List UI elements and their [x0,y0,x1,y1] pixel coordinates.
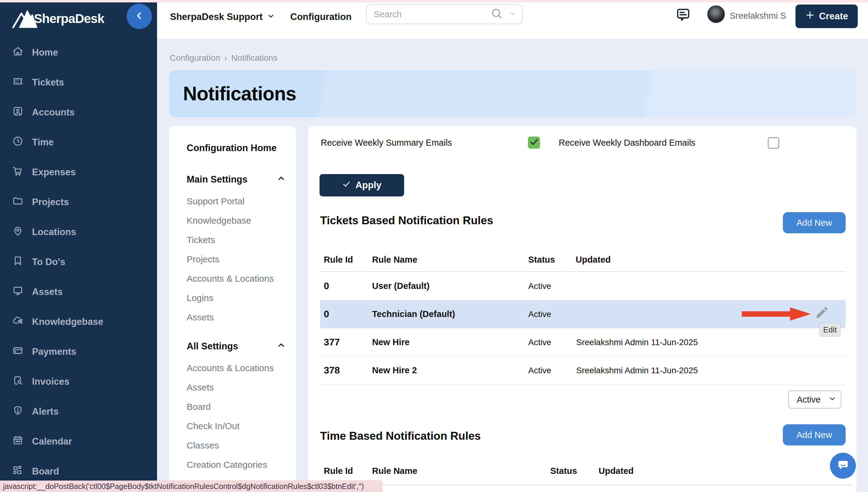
table-row-user-default[interactable]: 0 User (Default) Active [320,272,846,300]
brand-name: SherpaDesk [34,11,104,26]
breadcrumb-configuration[interactable]: Configuration [170,53,220,63]
sidebar-item-label: Tickets [32,77,64,88]
table-row-new-hire-2[interactable]: 378 New Hire 2 Active Sreelakshmi Admin … [320,356,846,385]
chat-widget-button[interactable] [830,453,856,479]
sidebar-nav: Home Tickets Accounts Time Expenses Proj… [12,38,154,486]
weekly-summary-checkbox[interactable] [528,137,540,149]
rule-status: Active [528,356,551,385]
sidebar-item-label: Locations [32,227,76,238]
weekly-dashboard-label: Receive Weekly Dashboard Emails [559,138,695,148]
sidebar-item-assets[interactable]: Assets [12,277,154,307]
feedback-bubble-icon[interactable] [675,7,691,22]
sidebar-item-calendar[interactable]: Calendar [12,426,154,456]
tickets-col-updated: Updated [576,255,611,265]
sidebar-item-label: Board [32,466,59,477]
rule-name: Technician (Default) [372,300,455,328]
sidebar-item-home[interactable]: Home [12,38,154,67]
accounts-icon [12,105,24,119]
status-filter-value: Active [797,395,821,405]
weekly-dashboard-checkbox[interactable] [768,137,779,149]
config-home-link[interactable]: Configuration Home [187,143,286,153]
sidebar-item-payments[interactable]: Payments [12,337,154,367]
sidebar-item-label: Accounts [32,107,75,118]
config-link-projects[interactable]: Projects [187,250,286,269]
time-add-new-button[interactable]: Add New [783,424,846,445]
search-icon[interactable] [490,7,508,21]
tickets-col-status: Status [528,255,555,265]
apply-button-label: Apply [356,180,382,191]
invoice-icon [12,375,24,389]
create-button[interactable]: Create [795,4,858,28]
sidebar-item-label: Knowledgebase [32,316,103,327]
rule-id: 0 [324,300,329,328]
config-link-creation-categories[interactable]: Creation Categories [187,455,286,474]
plus-icon [805,10,815,22]
sidebar-item-alerts[interactable]: Alerts [12,396,154,426]
board-icon [12,465,24,478]
search-input[interactable]: Search [366,4,523,24]
sidebar-item-tickets[interactable]: Tickets [12,67,154,97]
config-link-support-portal[interactable]: Support Portal [187,192,286,211]
sidebar-item-label: To Do's [32,256,65,267]
sidebar-item-accounts[interactable]: Accounts [12,97,154,127]
cart-icon [12,165,24,179]
checkmark-icon [342,180,351,191]
config-link-all-accounts-locations[interactable]: Accounts & Locations [187,359,286,378]
sidebar-item-knowledgebase[interactable]: Knowledgebase [12,307,154,337]
workspace-switcher[interactable]: SherpaDesk Support [170,11,275,22]
all-settings-header[interactable]: All Settings [187,340,286,352]
page-title: Notifications [183,70,296,117]
rule-name: New Hire 2 [372,356,417,385]
config-link-check-in-out[interactable]: Check In/Out [187,416,286,436]
calendar-icon [12,435,24,448]
all-settings-list: Accounts & Locations Assets Board Check … [187,359,286,474]
sidebar-item-expenses[interactable]: Expenses [12,157,154,187]
rule-id: 0 [324,272,329,300]
rule-id: 378 [324,356,340,385]
search-placeholder: Search [374,9,490,19]
sidebar-item-todos[interactable]: To Do's [12,247,154,277]
sidebar: SherpaDesk Home Tickets Accounts Time [0,2,157,492]
rule-id: 377 [324,328,340,356]
config-link-assets[interactable]: Assets [187,308,286,327]
sidebar-item-invoices[interactable]: Invoices [12,367,154,396]
config-link-accounts-locations[interactable]: Accounts & Locations [187,269,286,288]
main-settings-header[interactable]: Main Settings [187,173,286,186]
ticket-icon [12,76,24,90]
config-link-logins[interactable]: Logins [187,288,286,308]
time-rules-title: Time Based Notification Rules [320,430,481,442]
folder-icon [12,195,24,209]
status-filter-select[interactable]: Active [788,390,841,409]
breadcrumb: Configuration › Notifications [170,53,277,63]
page-title-banner: Notifications [169,70,857,117]
sidebar-item-projects[interactable]: Projects [12,187,154,217]
time-col-rule-name: Rule Name [372,466,417,476]
chevron-down-icon [828,395,841,405]
edit-pencil-icon[interactable] [815,305,829,321]
tickets-add-new-button[interactable]: Add New [783,212,846,233]
chat-bubble-icon [836,458,850,473]
table-row-new-hire[interactable]: 377 New Hire Active Sreelakshmi Admin 11… [320,328,846,356]
time-col-status: Status [550,466,577,476]
brand-logo[interactable]: SherpaDesk [11,7,104,31]
browser-status-bar: javascript:__doPostBack('ctl00$PageBody$… [0,481,383,492]
user-name[interactable]: Sreelakshmi S [730,11,786,21]
config-link-all-assets[interactable]: Assets [187,378,286,397]
config-link-all-board[interactable]: Board [187,397,286,416]
workspace-name: SherpaDesk Support [170,11,263,22]
sidebar-item-locations[interactable]: Locations [12,217,154,247]
table-row-technician-default[interactable]: 0 Technician (Default) Active [320,300,846,328]
clock-icon [12,136,24,149]
sidebar-collapse-button[interactable] [127,4,152,29]
config-link-knowledgebase[interactable]: Knowledgebase [187,211,286,230]
sidebar-item-time[interactable]: Time [12,127,154,157]
configuration-nav-panel: Configuration Home Main Settings Support… [169,126,296,492]
monitor-icon [12,285,24,299]
config-link-classes[interactable]: Classes [187,436,286,455]
header-section-title: Configuration [290,11,351,22]
rule-status: Active [528,328,551,356]
config-link-tickets[interactable]: Tickets [187,230,286,250]
user-avatar[interactable] [707,5,725,23]
apply-button[interactable]: Apply [319,174,404,196]
search-options-chevron-icon[interactable] [508,9,522,19]
